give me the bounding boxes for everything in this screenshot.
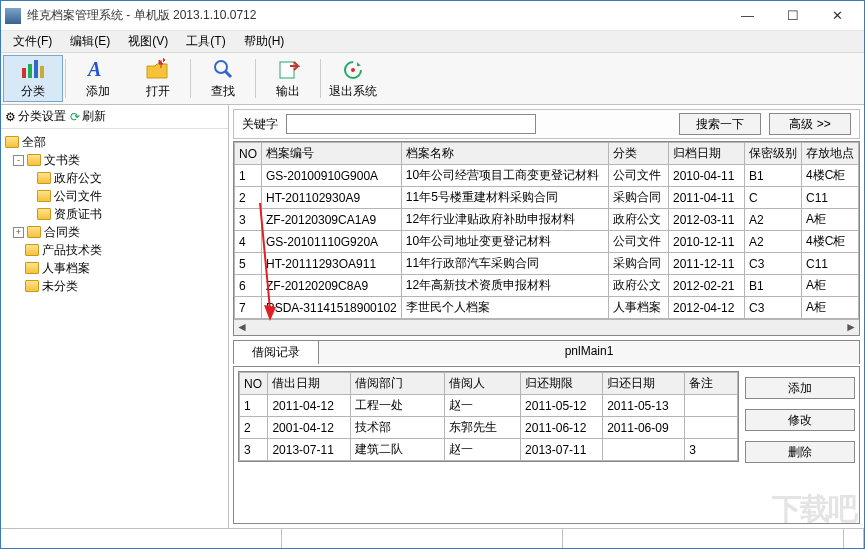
keyword-input[interactable] bbox=[286, 114, 536, 134]
col2-dept[interactable]: 借阅部门 bbox=[350, 373, 445, 395]
classify-icon bbox=[19, 57, 47, 81]
borrow-add-button[interactable]: 添加 bbox=[745, 377, 855, 399]
tb-add-label: 添加 bbox=[86, 83, 110, 100]
window-title: 维克档案管理系统 - 单机版 2013.1.10.0712 bbox=[27, 7, 725, 24]
table-row[interactable]: 4GS-20101110G920A10年公司地址变更登记材料公司文件2010-1… bbox=[235, 231, 859, 253]
tree-node-uncat[interactable]: 未分类 bbox=[3, 277, 226, 295]
right-pane: 关键字 搜索一下 高级 >> NO 档案编号 档案名称 分类 归档日期 保密级别 bbox=[229, 105, 864, 528]
expand-icon[interactable]: + bbox=[13, 227, 24, 238]
menu-help[interactable]: 帮助(H) bbox=[236, 31, 293, 52]
folder-icon bbox=[27, 154, 41, 166]
col-name[interactable]: 档案名称 bbox=[401, 143, 608, 165]
h-scrollbar[interactable]: ◄► bbox=[234, 319, 859, 335]
search-row: 关键字 搜索一下 高级 >> bbox=[233, 109, 860, 139]
folder-icon bbox=[25, 262, 39, 274]
panel-main-label: pnlMain1 bbox=[319, 340, 860, 364]
borrow-edit-button[interactable]: 修改 bbox=[745, 409, 855, 431]
tree-node-contract[interactable]: +合同类 bbox=[3, 223, 226, 241]
folder-icon bbox=[27, 226, 41, 238]
tree-node-docs[interactable]: -文书类 bbox=[3, 151, 226, 169]
borrow-delete-button[interactable]: 删除 bbox=[745, 441, 855, 463]
table-row[interactable]: 3ZF-20120309CA1A912年行业津贴政府补助申报材料政府公文2012… bbox=[235, 209, 859, 231]
svg-rect-1 bbox=[28, 64, 32, 78]
svg-rect-2 bbox=[34, 60, 38, 78]
tb-find[interactable]: 查找 bbox=[193, 55, 253, 102]
titlebar: 维克档案管理系统 - 单机版 2013.1.10.0712 — ☐ ✕ bbox=[1, 1, 864, 31]
col2-no[interactable]: NO bbox=[240, 373, 268, 395]
tree-node-gov[interactable]: 政府公文 bbox=[3, 169, 226, 187]
col-sec[interactable]: 保密级别 bbox=[745, 143, 802, 165]
svg-rect-3 bbox=[40, 66, 44, 78]
tb-export[interactable]: 输出 bbox=[258, 55, 318, 102]
archives-grid[interactable]: NO 档案编号 档案名称 分类 归档日期 保密级别 存放地点 1GS-20100… bbox=[233, 141, 860, 336]
tab-borrow[interactable]: 借阅记录 bbox=[233, 340, 319, 364]
menubar: 文件(F) 编辑(E) 视图(V) 工具(T) 帮助(H) bbox=[1, 31, 864, 53]
table-row[interactable]: 5HT-20111293OA91111年行政部汽车采购合同采购合同2011-12… bbox=[235, 253, 859, 275]
table-row[interactable]: 32013-07-11建筑二队赵一2013-07-113 bbox=[240, 439, 738, 461]
refresh-label: 刷新 bbox=[82, 108, 106, 125]
open-icon bbox=[144, 57, 172, 81]
svg-line-6 bbox=[225, 71, 231, 77]
tb-classify-label: 分类 bbox=[21, 83, 45, 100]
detail-tabs: 借阅记录 pnlMain1 bbox=[233, 340, 860, 364]
refresh-button[interactable]: ⟳ 刷新 bbox=[70, 108, 106, 125]
tb-exit-label: 退出系统 bbox=[329, 83, 377, 100]
close-button[interactable]: ✕ bbox=[815, 2, 860, 30]
export-icon bbox=[274, 57, 302, 81]
col-code[interactable]: 档案编号 bbox=[262, 143, 402, 165]
folder-icon bbox=[25, 280, 39, 292]
tb-open-label: 打开 bbox=[146, 83, 170, 100]
tree-node-cert[interactable]: 资质证书 bbox=[3, 205, 226, 223]
col-loc[interactable]: 存放地点 bbox=[802, 143, 859, 165]
tb-find-label: 查找 bbox=[211, 83, 235, 100]
table-row[interactable]: 7RSDA-31141518900102李世民个人档案人事档案2012-04-1… bbox=[235, 297, 859, 319]
category-tree: 全部 -文书类 政府公文 公司文件 资质证书 +合同类 产品技术类 人事档案 未… bbox=[1, 129, 228, 528]
menu-view[interactable]: 视图(V) bbox=[120, 31, 176, 52]
tb-open[interactable]: 打开 bbox=[128, 55, 188, 102]
col2-note[interactable]: 备注 bbox=[685, 373, 738, 395]
collapse-icon[interactable]: - bbox=[13, 155, 24, 166]
table-row[interactable]: 1GS-20100910G900A10年公司经营项目工商变更登记材料公司文件20… bbox=[235, 165, 859, 187]
col2-out[interactable]: 借出日期 bbox=[268, 373, 350, 395]
category-settings-button[interactable]: ⚙ 分类设置 bbox=[5, 108, 66, 125]
col-no[interactable]: NO bbox=[235, 143, 262, 165]
statusbar bbox=[1, 528, 864, 548]
table-row[interactable]: 12011-04-12工程一处赵一2011-05-122011-05-13 bbox=[240, 395, 738, 417]
tb-classify[interactable]: 分类 bbox=[3, 55, 63, 102]
col2-due[interactable]: 归还期限 bbox=[521, 373, 603, 395]
svg-rect-7 bbox=[280, 62, 294, 78]
col2-ret[interactable]: 归还日期 bbox=[603, 373, 685, 395]
tb-exit[interactable]: 退出系统 bbox=[323, 55, 383, 102]
col2-person[interactable]: 借阅人 bbox=[445, 373, 521, 395]
table-row[interactable]: 6ZF-20120209C8A912年高新技术资质申报材料政府公文2012-02… bbox=[235, 275, 859, 297]
menu-file[interactable]: 文件(F) bbox=[5, 31, 60, 52]
table-row[interactable]: 22001-04-12技术部东郭先生2011-06-122011-06-09 bbox=[240, 417, 738, 439]
search-button[interactable]: 搜索一下 bbox=[679, 113, 761, 135]
maximize-button[interactable]: ☐ bbox=[770, 2, 815, 30]
col-date[interactable]: 归档日期 bbox=[669, 143, 745, 165]
folder-icon bbox=[37, 208, 51, 220]
toolbar: 分类 A 添加 打开 查找 输出 退出系统 bbox=[1, 53, 864, 105]
tb-add[interactable]: A 添加 bbox=[68, 55, 128, 102]
folder-icon bbox=[37, 190, 51, 202]
tree-root[interactable]: 全部 bbox=[3, 133, 226, 151]
left-pane: ⚙ 分类设置 ⟳ 刷新 全部 -文书类 政府公文 公司文件 资质证书 +合同类 … bbox=[1, 105, 229, 528]
tree-node-hr[interactable]: 人事档案 bbox=[3, 259, 226, 277]
svg-rect-0 bbox=[22, 68, 26, 78]
app-window: 维克档案管理系统 - 单机版 2013.1.10.0712 — ☐ ✕ 文件(F… bbox=[0, 0, 865, 549]
table-row[interactable]: 2HT-201102930A911年5号楼重建材料采购合同采购合同2011-04… bbox=[235, 187, 859, 209]
tree-node-company[interactable]: 公司文件 bbox=[3, 187, 226, 205]
folder-icon bbox=[37, 172, 51, 184]
folder-icon bbox=[25, 244, 39, 256]
col-cat[interactable]: 分类 bbox=[609, 143, 669, 165]
settings-icon: ⚙ bbox=[5, 110, 16, 124]
home-icon bbox=[5, 136, 19, 148]
menu-edit[interactable]: 编辑(E) bbox=[62, 31, 118, 52]
borrow-grid[interactable]: NO 借出日期 借阅部门 借阅人 归还期限 归还日期 备注 12011-04-1… bbox=[238, 371, 739, 462]
advanced-button[interactable]: 高级 >> bbox=[769, 113, 851, 135]
minimize-button[interactable]: — bbox=[725, 2, 770, 30]
category-settings-label: 分类设置 bbox=[18, 108, 66, 125]
borrow-panel: NO 借出日期 借阅部门 借阅人 归还期限 归还日期 备注 12011-04-1… bbox=[233, 366, 860, 524]
tree-node-product[interactable]: 产品技术类 bbox=[3, 241, 226, 259]
menu-tools[interactable]: 工具(T) bbox=[178, 31, 233, 52]
